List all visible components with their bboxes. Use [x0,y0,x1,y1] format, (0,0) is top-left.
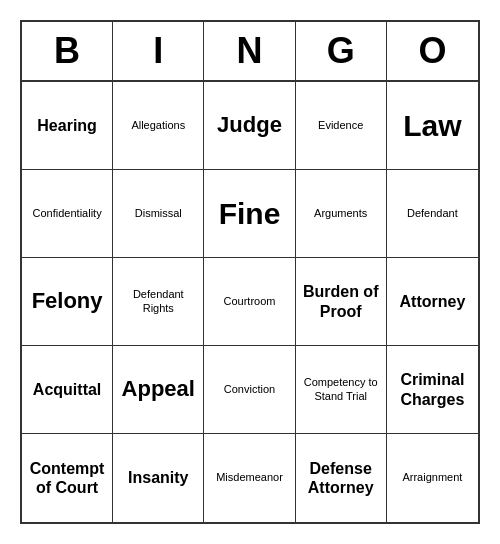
bingo-cell-9: Defendant [387,170,478,258]
bingo-cell-11: Defendant Rights [113,258,204,346]
bingo-cell-8: Arguments [296,170,387,258]
bingo-cell-20: Contempt of Court [22,434,113,522]
bingo-cell-7: Fine [204,170,295,258]
bingo-cell-6: Dismissal [113,170,204,258]
bingo-header: BINGO [22,22,478,82]
bingo-cell-14: Attorney [387,258,478,346]
bingo-cell-0: Hearing [22,82,113,170]
bingo-cell-19: Criminal Charges [387,346,478,434]
bingo-cell-5: Confidentiality [22,170,113,258]
bingo-cell-2: Judge [204,82,295,170]
bingo-cell-23: Defense Attorney [296,434,387,522]
bingo-cell-12: Courtroom [204,258,295,346]
bingo-cell-13: Burden of Proof [296,258,387,346]
bingo-cell-21: Insanity [113,434,204,522]
bingo-cell-16: Appeal [113,346,204,434]
bingo-cell-18: Competency to Stand Trial [296,346,387,434]
bingo-cell-15: Acquittal [22,346,113,434]
bingo-cell-4: Law [387,82,478,170]
bingo-cell-22: Misdemeanor [204,434,295,522]
header-letter-g: G [296,22,387,80]
bingo-cell-3: Evidence [296,82,387,170]
bingo-cell-17: Conviction [204,346,295,434]
bingo-cell-1: Allegations [113,82,204,170]
header-letter-b: B [22,22,113,80]
bingo-card: BINGO HearingAllegationsJudgeEvidenceLaw… [20,20,480,524]
header-letter-n: N [204,22,295,80]
bingo-cell-24: Arraignment [387,434,478,522]
bingo-cell-10: Felony [22,258,113,346]
bingo-grid: HearingAllegationsJudgeEvidenceLawConfid… [22,82,478,522]
header-letter-o: O [387,22,478,80]
header-letter-i: I [113,22,204,80]
